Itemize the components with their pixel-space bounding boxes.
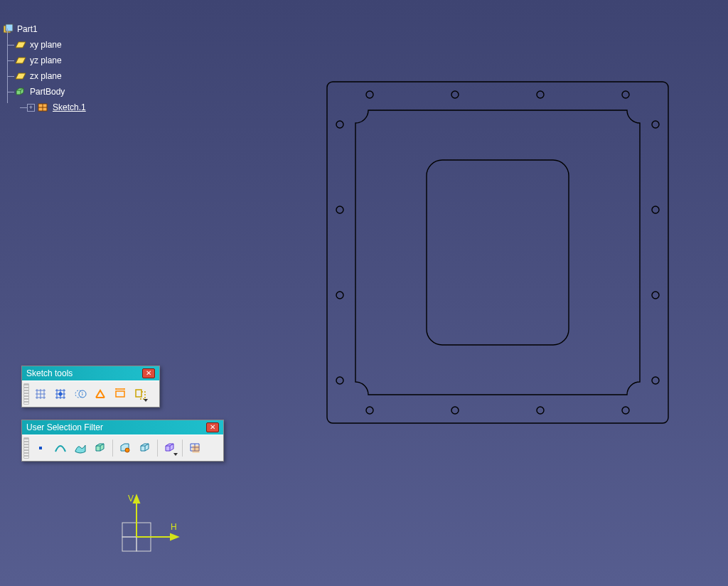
plane-icon bbox=[14, 70, 27, 82]
tree-plane-label: zx plane bbox=[30, 71, 62, 81]
svg-point-56 bbox=[336, 292, 343, 299]
close-icon[interactable]: ✕ bbox=[206, 422, 219, 432]
paste-selection-button[interactable] bbox=[131, 385, 149, 403]
toolbar-body bbox=[22, 380, 159, 407]
svg-point-20 bbox=[59, 393, 62, 395]
point-filter-button[interactable] bbox=[31, 439, 50, 457]
close-icon[interactable]: ✕ bbox=[142, 368, 155, 378]
construction-std-toggle-button[interactable] bbox=[71, 385, 90, 403]
svg-rect-29 bbox=[39, 447, 42, 449]
svg-rect-40 bbox=[122, 537, 136, 551]
svg-rect-41 bbox=[136, 537, 151, 551]
svg-point-55 bbox=[336, 206, 343, 213]
separator bbox=[182, 440, 183, 457]
toolbar-title-label: Sketch tools bbox=[26, 366, 73, 380]
separator bbox=[157, 440, 158, 457]
sketch-tools-toolbar[interactable]: Sketch tools ✕ bbox=[21, 366, 160, 407]
dropdown-caret-icon[interactable] bbox=[173, 453, 178, 456]
tree-plane-yz[interactable]: yz plane bbox=[1, 53, 86, 68]
expand-icon[interactable]: + bbox=[27, 104, 35, 112]
selection-trap-button[interactable] bbox=[186, 439, 204, 457]
sketch-geometry[interactable] bbox=[327, 82, 668, 423]
body-icon bbox=[14, 86, 27, 97]
grid-toggle-button[interactable] bbox=[31, 385, 50, 403]
plane-icon bbox=[14, 55, 27, 66]
tree-sketch1[interactable]: + Sketch.1 bbox=[1, 100, 86, 115]
svg-marker-45 bbox=[171, 534, 178, 540]
svg-marker-4 bbox=[16, 73, 26, 79]
svg-marker-2 bbox=[16, 42, 26, 48]
svg-marker-3 bbox=[16, 58, 26, 63]
svg-point-54 bbox=[336, 121, 343, 128]
svg-point-30 bbox=[125, 448, 129, 452]
svg-rect-24 bbox=[116, 391, 124, 397]
toolbar-body bbox=[22, 435, 223, 461]
svg-point-61 bbox=[652, 377, 659, 384]
tree-plane-zx[interactable]: zx plane bbox=[1, 68, 86, 84]
plane-icon bbox=[14, 39, 27, 50]
svg-point-49 bbox=[622, 91, 629, 98]
toolbar-grip-icon[interactable] bbox=[23, 437, 29, 459]
feature-filter-button[interactable] bbox=[116, 439, 134, 457]
svg-point-60 bbox=[652, 292, 659, 299]
tree-plane-label: xy plane bbox=[30, 40, 62, 50]
svg-rect-28 bbox=[136, 390, 141, 397]
sketch-axis-indicator: H V bbox=[115, 494, 179, 558]
sketch-icon bbox=[37, 102, 50, 113]
svg-point-48 bbox=[537, 91, 544, 98]
snap-to-point-button[interactable] bbox=[51, 385, 70, 403]
separator bbox=[112, 440, 113, 457]
surface-filter-button[interactable] bbox=[71, 439, 90, 457]
svg-rect-37 bbox=[193, 446, 199, 452]
tree-root-label: Part1 bbox=[17, 24, 38, 34]
user-selection-filter-toolbar[interactable]: User Selection Filter ✕ bbox=[21, 420, 224, 462]
svg-point-50 bbox=[366, 407, 373, 414]
toolbar-titlebar[interactable]: User Selection Filter ✕ bbox=[22, 420, 223, 435]
part-icon bbox=[1, 23, 14, 35]
svg-marker-43 bbox=[134, 496, 139, 503]
toolbar-title-label: User Selection Filter bbox=[26, 420, 103, 435]
axis-v-label: V bbox=[128, 494, 134, 504]
tree-sketch-label: Sketch.1 bbox=[53, 102, 86, 112]
body-filter-button[interactable] bbox=[136, 439, 154, 457]
svg-rect-39 bbox=[136, 523, 151, 537]
tree-partbody[interactable]: PartBody bbox=[1, 84, 86, 100]
curve-filter-button[interactable] bbox=[51, 439, 70, 457]
spec-tree[interactable]: Part1 xy plane yz plane zx plane PartBod… bbox=[1, 21, 86, 115]
geometric-constraints-button[interactable] bbox=[91, 385, 109, 403]
svg-rect-38 bbox=[122, 523, 136, 537]
axis-h-label: H bbox=[171, 522, 177, 532]
tree-root-part[interactable]: Part1 bbox=[1, 21, 86, 37]
toolbar-titlebar[interactable]: Sketch tools ✕ bbox=[22, 366, 159, 380]
tree-body-label: PartBody bbox=[30, 87, 65, 97]
sketch-filter-button[interactable] bbox=[161, 439, 179, 457]
svg-point-57 bbox=[336, 377, 343, 384]
svg-point-51 bbox=[451, 407, 459, 414]
svg-point-52 bbox=[537, 407, 544, 414]
svg-point-53 bbox=[622, 407, 629, 414]
volume-filter-button[interactable] bbox=[91, 439, 109, 457]
svg-point-46 bbox=[366, 91, 373, 98]
toolbar-grip-icon[interactable] bbox=[23, 383, 29, 405]
svg-point-58 bbox=[652, 121, 659, 128]
tree-plane-label: yz plane bbox=[30, 55, 62, 65]
dropdown-caret-icon[interactable] bbox=[144, 399, 148, 402]
tree-plane-xy[interactable]: xy plane bbox=[1, 37, 86, 53]
svg-rect-1 bbox=[6, 24, 13, 31]
svg-point-59 bbox=[652, 206, 659, 213]
svg-point-47 bbox=[451, 91, 459, 98]
dimensional-constraints-button[interactable] bbox=[111, 385, 129, 403]
